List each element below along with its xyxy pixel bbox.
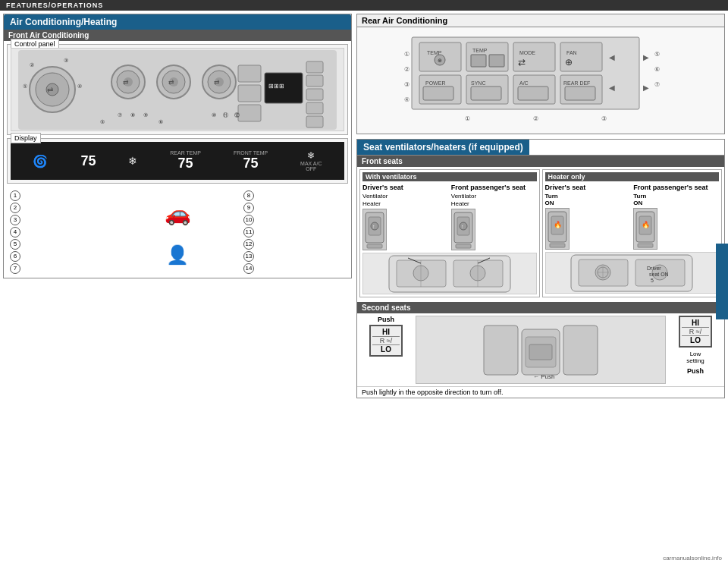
control-panel-box: Control panel ⇄ ① ② bbox=[7, 44, 348, 135]
svg-rect-28 bbox=[306, 89, 323, 100]
hi-ro-lo-button-right[interactable]: HI R ≈/ LO bbox=[679, 316, 712, 348]
svg-text:②: ② bbox=[30, 62, 34, 68]
num-7: 7 bbox=[10, 263, 20, 274]
num-4: 4 bbox=[10, 227, 20, 237]
num-8: 8 bbox=[243, 190, 254, 201]
svg-text:⑫: ⑫ bbox=[234, 112, 240, 118]
display-item-ac-off: ❄ MAX A/C OFF bbox=[300, 150, 322, 171]
svg-text:← Push: ← Push bbox=[533, 373, 554, 380]
page-header: FEATURES/OPERATIONS bbox=[0, 0, 728, 11]
hi-ro-lo-button[interactable]: HI R ≈/ LO bbox=[369, 325, 403, 357]
display-item-rear: REAR TEMP 75 bbox=[170, 150, 201, 171]
turn-on-pass: Turn ON bbox=[633, 193, 719, 206]
watermark: carmanualsonline.info bbox=[663, 555, 722, 561]
svg-text:④: ④ bbox=[77, 83, 82, 89]
svg-text:▶: ▶ bbox=[643, 53, 649, 61]
svg-text:TEMP: TEMP bbox=[472, 48, 488, 53]
off-label: OFF bbox=[306, 166, 316, 171]
svg-text:⑩: ⑩ bbox=[212, 112, 216, 118]
svg-text:⑥: ⑥ bbox=[654, 66, 660, 73]
heat-title: Heater only bbox=[545, 172, 720, 181]
car-interior-vent bbox=[362, 253, 537, 294]
svg-text:①: ① bbox=[465, 115, 470, 122]
heater-label-pass: Heater bbox=[451, 200, 537, 207]
seat-section: Seat ventilators/heaters (if equipped) F… bbox=[356, 139, 725, 398]
heat-seat-row: Driver's seat Turn ON 🔥 bbox=[545, 184, 720, 250]
turn-on-driver: Turn ON bbox=[545, 193, 631, 206]
ventilator-label-driver: Ventilator bbox=[362, 193, 448, 200]
svg-text:🔥: 🔥 bbox=[554, 220, 563, 229]
num-9: 9 bbox=[243, 203, 254, 213]
svg-text:①: ① bbox=[23, 83, 27, 89]
header-title: FEATURES/OPERATIONS bbox=[6, 2, 103, 9]
svg-text:POWER: POWER bbox=[425, 80, 445, 86]
num-6: 6 bbox=[10, 251, 20, 262]
numbered-columns: 1 2 3 4 bbox=[10, 190, 345, 275]
rear-ac-box: Rear Air Conditioning TEMP bbox=[356, 14, 725, 134]
seat-section-header: Seat ventilators/heaters (if equipped) bbox=[357, 140, 724, 156]
hi-label: HI bbox=[372, 328, 400, 337]
svg-rect-61 bbox=[471, 86, 501, 100]
rear-ac-diagram: TEMP ⊕ TEMP MODE ⇄ FAN ⊕ POWER SYNC A/ bbox=[357, 27, 724, 134]
driver-heat-diagram: 🔥 bbox=[545, 208, 570, 250]
rear-ac-title: Rear Air Conditioning bbox=[357, 14, 724, 27]
item-4: 4 bbox=[10, 226, 111, 237]
temp1-value: 75 bbox=[80, 153, 96, 169]
heater-label-driver: Heater bbox=[362, 200, 448, 207]
max-ac-label: MAX A/C bbox=[300, 161, 322, 166]
front-ac-section: Air Conditioning/Heating Front Air Condi… bbox=[3, 14, 352, 278]
svg-rect-21 bbox=[238, 65, 261, 82]
svg-text:◀: ◀ bbox=[609, 83, 615, 92]
passenger-vent-col: Front passenger's seat Ventilator Heater… bbox=[451, 184, 537, 250]
numbered-list: 1 2 3 4 bbox=[4, 187, 351, 278]
ventilators-box: With ventilators Driver's seat Ventilato… bbox=[359, 169, 540, 297]
svg-rect-27 bbox=[306, 75, 323, 86]
svg-text:seat ON: seat ON bbox=[649, 272, 669, 277]
svg-rect-23 bbox=[238, 105, 261, 121]
num-10: 10 bbox=[243, 215, 254, 225]
item-2: 2 bbox=[10, 202, 111, 213]
svg-text:REAR DEF: REAR DEF bbox=[563, 80, 590, 86]
svg-text:③: ③ bbox=[64, 58, 68, 63]
display-item-temp1: 75 bbox=[80, 153, 96, 169]
push-label: Push bbox=[378, 316, 394, 323]
push-direction-text: Push lightly in the opposite direction t… bbox=[357, 386, 724, 398]
item-12: 12 bbox=[243, 238, 345, 250]
display-item-icon2: ❄ bbox=[128, 155, 137, 167]
svg-rect-106 bbox=[638, 244, 653, 247]
svg-text:⇄: ⇄ bbox=[123, 78, 129, 86]
passenger-seat-heat-label: Front passenger's seat bbox=[633, 184, 719, 191]
svg-rect-53 bbox=[489, 55, 504, 67]
passenger-seat-vent-label: Front passenger's seat bbox=[451, 184, 537, 191]
vent-title: With ventilators bbox=[362, 172, 537, 181]
svg-text:⑧: ⑧ bbox=[130, 112, 135, 118]
svg-rect-102 bbox=[550, 244, 565, 247]
driver-seat-vent-diagram: ↑ bbox=[362, 209, 387, 250]
svg-rect-29 bbox=[306, 102, 323, 114]
svg-rect-84 bbox=[367, 244, 382, 248]
display-box: Display 🌀 75 ❄ REAR TEMP 75 bbox=[7, 138, 348, 184]
r-label: R ≈/ bbox=[372, 337, 400, 345]
display-item-fan: 🌀 bbox=[33, 154, 48, 168]
snowflake-icon: ❄ bbox=[307, 150, 315, 161]
item-10: 10 bbox=[243, 214, 345, 225]
num-3: 3 bbox=[10, 215, 20, 225]
car-interior-heat-svg: Driver seat ON 5 bbox=[567, 253, 696, 293]
svg-text:FAN: FAN bbox=[566, 50, 577, 55]
svg-rect-59 bbox=[423, 86, 453, 100]
svg-text:▶: ▶ bbox=[643, 83, 649, 92]
svg-rect-63 bbox=[518, 86, 548, 100]
svg-text:⇄: ⇄ bbox=[518, 57, 526, 68]
hi-label-right: HI bbox=[682, 319, 709, 328]
svg-rect-52 bbox=[471, 55, 486, 67]
low-setting-label: Low setting bbox=[686, 351, 704, 364]
svg-text:⑥: ⑥ bbox=[158, 119, 163, 124]
seat-vent-pass-svg: ↑ bbox=[453, 211, 474, 249]
svg-text:⊕: ⊕ bbox=[565, 57, 573, 68]
item-6: 6 bbox=[10, 250, 111, 262]
driver-seat-vent-label: Driver's seat bbox=[362, 184, 448, 191]
svg-text:↑: ↑ bbox=[461, 224, 464, 229]
driver-heat-col: Driver's seat Turn ON 🔥 bbox=[545, 184, 631, 250]
svg-text:⑤: ⑤ bbox=[654, 51, 660, 58]
car-interior-heat: Driver seat ON 5 bbox=[545, 252, 720, 294]
